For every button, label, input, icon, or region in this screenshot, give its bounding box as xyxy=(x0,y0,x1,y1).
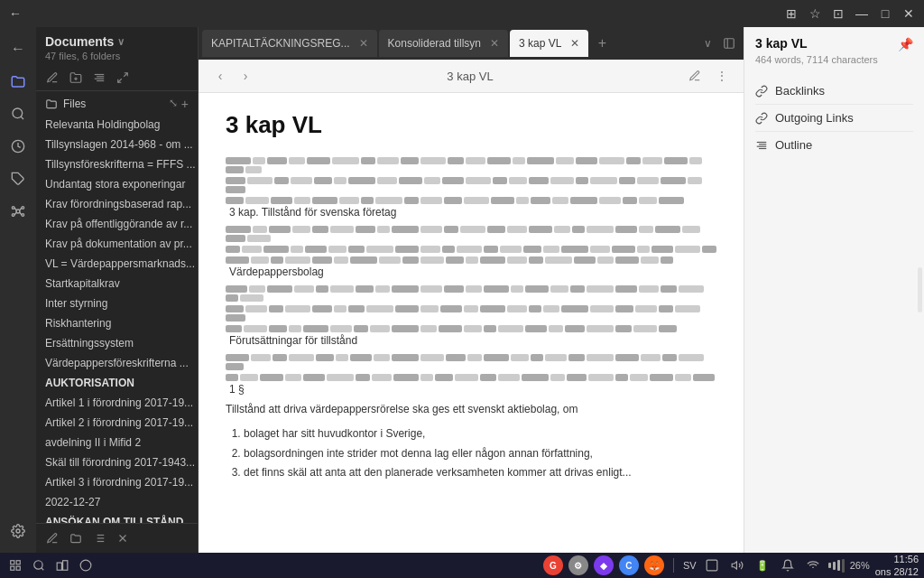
list-item[interactable]: Undantag stora exponeringar xyxy=(36,174,198,194)
list-item[interactable]: avdelning II i Mifid 2 xyxy=(36,433,198,452)
more-options-icon[interactable]: ⋮ xyxy=(711,65,733,87)
back-arrow-icon[interactable]: ← xyxy=(7,5,23,22)
folder-nav-icon[interactable] xyxy=(4,67,32,96)
maximize-icon[interactable]: □ xyxy=(877,5,893,22)
list-item[interactable]: Artikel 2 i förordning 2017-19... xyxy=(36,413,198,433)
apps-taskbar-icon[interactable] xyxy=(5,555,25,575)
list-item[interactable]: Artikel 3 i förordning 2017-19... xyxy=(36,472,198,492)
outline-section[interactable]: Outline xyxy=(755,132,913,158)
chrome-app-icon[interactable]: G xyxy=(543,555,563,575)
tag-nav-icon[interactable] xyxy=(4,164,32,193)
divider xyxy=(673,558,674,573)
minimize-icon[interactable]: — xyxy=(854,5,870,22)
tab-3kap[interactable]: 3 kap VL ✕ xyxy=(510,30,588,57)
list-item[interactable]: Relevanta Holdingbolag xyxy=(36,115,198,135)
magnify-nav-icon[interactable] xyxy=(4,99,32,128)
list-item[interactable]: Riskhantering xyxy=(36,313,198,333)
list-item[interactable]: Tillsynslagen 2014-968 - om ... xyxy=(36,135,198,154)
sidebar-toggle-icon[interactable] xyxy=(718,33,740,54)
overview-taskbar-icon[interactable] xyxy=(76,555,96,575)
notification-icon[interactable] xyxy=(778,555,798,575)
sort-icon[interactable] xyxy=(90,69,108,87)
graph-nav-icon[interactable] xyxy=(4,197,32,226)
paragraph-marker: 1 § xyxy=(229,383,245,396)
settings-nav-icon[interactable] xyxy=(4,517,32,545)
tab-close-icon[interactable]: ✕ xyxy=(570,37,579,50)
scroll-indicator xyxy=(918,267,922,312)
file-panel: Documents ∨ 47 files, 6 folders xyxy=(36,27,199,553)
battery-icon[interactable]: 🔋 xyxy=(753,555,772,575)
pin-panel-icon[interactable]: 📌 xyxy=(898,37,913,51)
svg-point-6 xyxy=(12,214,14,217)
svg-line-9 xyxy=(19,208,22,210)
new-file-icon[interactable]: + xyxy=(181,97,189,111)
network-icon[interactable] xyxy=(702,555,722,575)
edit-icon[interactable] xyxy=(43,529,61,547)
tab-kapitaltacknings[interactable]: KAPITALTÄCKNINGSREG... ✕ xyxy=(202,30,377,57)
settings-app-icon[interactable]: ⚙ xyxy=(568,555,588,575)
list-item[interactable]: Krav på offentliggörande av r... xyxy=(36,214,198,234)
list-item[interactable]: Startkapitalkrav xyxy=(36,274,198,294)
list-icon[interactable] xyxy=(90,529,108,547)
svg-point-5 xyxy=(22,207,24,210)
doc-back-button[interactable]: ‹ xyxy=(209,65,231,87)
doc-title: 3 kap VL xyxy=(263,70,677,83)
back-nav-icon[interactable]: ← xyxy=(4,34,32,63)
folder-icon[interactable] xyxy=(67,529,85,547)
tab-close-icon[interactable]: ✕ xyxy=(359,37,368,50)
firefox-app-icon[interactable]: 🦊 xyxy=(644,555,664,575)
svg-rect-41 xyxy=(63,561,68,571)
vault-title[interactable]: Documents ∨ xyxy=(45,34,189,49)
list-item[interactable]: Tillsynsföreskrifterna = FFFS ... xyxy=(36,154,198,174)
outgoing-links-section[interactable]: Outgoing Links xyxy=(755,105,913,132)
svg-point-42 xyxy=(80,560,91,571)
svg-rect-37 xyxy=(11,566,14,570)
svg-line-20 xyxy=(118,79,122,82)
search-taskbar-icon[interactable] xyxy=(29,555,49,575)
list-item: det finns skäl att anta att den planerad… xyxy=(244,463,716,483)
files-section-header: Files ⤡ + xyxy=(36,91,198,115)
list-item[interactable]: Värdepappersföreskrifterna ... xyxy=(36,353,198,373)
svg-line-10 xyxy=(14,212,17,215)
outgoing-links-icon xyxy=(755,112,768,125)
list-item[interactable]: Krav på dokumentation av pr... xyxy=(36,234,198,254)
doc-forward-button[interactable]: › xyxy=(235,65,256,87)
clock-nav-icon[interactable] xyxy=(4,132,32,161)
list-item[interactable]: Skäl till förordning 2017-1943... xyxy=(36,452,198,472)
list-item[interactable]: Inter styrning xyxy=(36,294,198,313)
pin-icon[interactable]: ☆ xyxy=(807,5,823,22)
edit-pencil-icon[interactable] xyxy=(684,65,706,87)
list-item[interactable]: 2022-12-27 xyxy=(36,492,198,512)
tab-add-button[interactable]: + xyxy=(590,32,614,55)
new-folder-icon[interactable] xyxy=(67,69,85,87)
language-indicator[interactable]: SV xyxy=(683,560,697,571)
tillstand-paragraph: Tillstånd att driva värdepappersrörelse … xyxy=(226,403,716,415)
chrome2-app-icon[interactable]: C xyxy=(619,555,639,575)
tab-konsoliderad[interactable]: Konsoliderad tillsyn ✕ xyxy=(379,30,508,57)
list-item[interactable]: ANSÖKAN OM TILLSTÅND xyxy=(36,512,198,523)
multitask-taskbar-icon[interactable] xyxy=(52,555,72,575)
svg-point-0 xyxy=(13,108,23,118)
list-item[interactable]: Artikel 1 i förordning 2017-19... xyxy=(36,393,198,413)
collapse-icon[interactable] xyxy=(114,69,132,87)
svg-rect-35 xyxy=(11,561,14,564)
new-note-icon[interactable] xyxy=(43,69,61,87)
backlinks-section[interactable]: Backlinks xyxy=(755,78,913,105)
list-item[interactable]: VL = Värdepappersmarknads... xyxy=(36,254,198,274)
sound-icon[interactable] xyxy=(727,555,747,575)
doc-content[interactable]: 3 kap VL 3 kap. Tillstånd för svenska fö… xyxy=(199,93,744,553)
tab-close-icon[interactable]: ✕ xyxy=(490,37,499,50)
wifi-icon[interactable] xyxy=(803,555,823,575)
right-panel: 3 kap VL 📌 464 words, 7114 characters Ba… xyxy=(744,27,924,553)
close-panel-icon[interactable] xyxy=(114,529,132,547)
section2-title: Värdepappersbolag xyxy=(229,266,324,278)
list-item[interactable]: Krav förordningsbaserad rap... xyxy=(36,194,198,214)
tab-overflow-button[interactable]: ∨ xyxy=(697,33,718,54)
obsidian-app-icon[interactable]: ◆ xyxy=(594,555,614,575)
grid-icon[interactable]: ⊞ xyxy=(783,5,799,22)
split-icon[interactable]: ⊡ xyxy=(830,5,846,22)
list-item[interactable]: Ersättningssystem xyxy=(36,333,198,353)
list-item[interactable]: AUKTORISATION xyxy=(36,373,198,393)
expand-files-icon[interactable]: ⤡ xyxy=(169,97,178,111)
close-icon[interactable]: ✕ xyxy=(901,5,917,22)
